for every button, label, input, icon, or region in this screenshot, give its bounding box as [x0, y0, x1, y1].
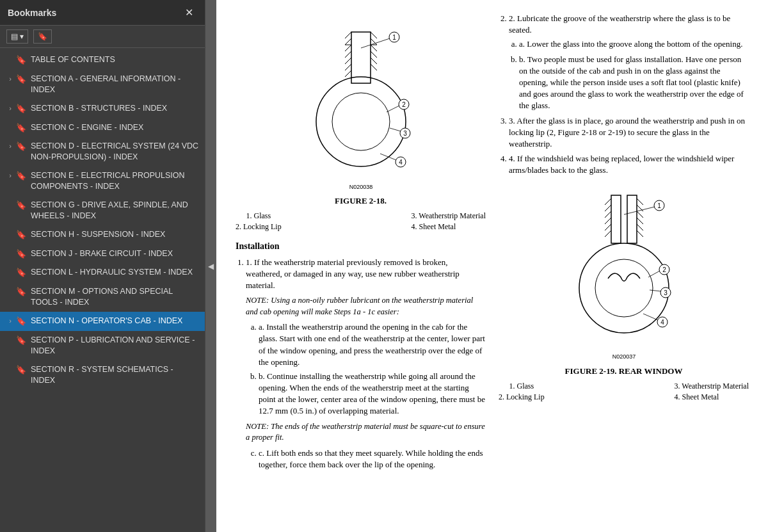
bookmark-label-toc: TABLE OF CONTENTS — [31, 54, 115, 65]
install-sub-list-2: c. Lift both ends so that they meet squa… — [246, 447, 486, 471]
bookmark-label-sec-b: SECTION B - STRUCTURES - INDEX — [31, 103, 167, 114]
figure-2-18-diagram: 1 2 3 4 N020038 — [297, 13, 425, 192]
svg-line-5 — [345, 32, 351, 38]
install-item-1a: a. Install the weatherstrip around the o… — [259, 321, 486, 368]
fig19-label3: 3. Weatherstrip Material — [675, 381, 749, 392]
bookmark-search-button[interactable]: 🔖 — [33, 29, 52, 44]
install-note-2: NOTE: The ends of the weatherstrip mater… — [246, 421, 486, 444]
svg-rect-33 — [611, 195, 621, 243]
bookmark-label-sec-d: SECTION D - ELECTRICAL SYSTEM (24 VDC NO… — [31, 141, 200, 163]
figure-2-19-labels: 1. Glass 2. Locking Lip 3. Weatherstrip … — [499, 381, 749, 403]
svg-line-11 — [345, 70, 351, 77]
sidebar: Bookmarks ✕ ▤ ▾ 🔖 🔖TABLE OF CONTENTS›🔖SE… — [0, 0, 205, 532]
fig19-label1: 1. Glass — [499, 381, 545, 392]
bookmark-arrow-sec-n: › — [5, 316, 15, 325]
right-item-2a: a. Lower the glass into the groove along… — [519, 38, 749, 50]
bookmark-icon-sec-l: 🔖 — [15, 268, 27, 278]
svg-text:1: 1 — [392, 34, 396, 41]
bookmark-arrow-sec-p — [5, 335, 15, 335]
figure-2-19-caption: FIGURE 2-19. REAR WINDOW — [499, 366, 749, 377]
fig19-label4: 4. Sheet Metal — [675, 392, 749, 403]
bookmark-search-icon: 🔖 — [38, 32, 47, 41]
svg-line-18 — [361, 38, 390, 48]
right-item-2: 2. Lubricate the groove of the weatherst… — [509, 13, 749, 112]
sidebar-collapse-handle[interactable]: ◀ — [205, 0, 216, 532]
svg-line-24 — [390, 128, 401, 131]
bookmark-arrow-sec-a: › — [5, 74, 15, 83]
bookmark-item-sec-m[interactable]: 🔖SECTION M - OPTIONS AND SPECIAL TOOLS -… — [0, 282, 205, 312]
svg-line-43 — [637, 211, 643, 218]
svg-line-47 — [624, 207, 655, 214]
bookmark-item-sec-h[interactable]: 🔖SECTION H - SUSPENSION - INDEX — [0, 225, 205, 245]
svg-line-17 — [371, 64, 377, 70]
bookmark-item-sec-e[interactable]: ›🔖SECTION E - ELECTRICAL PROPULSION COMP… — [0, 166, 205, 196]
svg-line-21 — [387, 106, 399, 112]
bookmark-item-sec-p[interactable]: 🔖SECTION P - LUBRICATION AND SERVICE - I… — [0, 331, 205, 360]
bookmark-icon-sec-p: 🔖 — [15, 335, 27, 346]
bookmark-label-sec-h: SECTION H - SUSPENSION - INDEX — [31, 229, 165, 240]
bookmark-arrow-toc — [5, 54, 15, 55]
sidebar-toolbar: ▤ ▾ 🔖 — [0, 26, 205, 48]
svg-line-38 — [605, 218, 611, 224]
bookmark-icon-sec-h: 🔖 — [15, 230, 27, 241]
bookmark-arrow-sec-b: › — [5, 103, 15, 113]
sidebar-header: Bookmarks ✕ — [0, 0, 205, 26]
doc-left-column: 1 2 3 4 N020038 — [236, 13, 486, 474]
bookmark-item-sec-j[interactable]: 🔖SECTION J - BRAKE CIRCUIT - INDEX — [0, 245, 205, 264]
bookmark-icon-sec-a: 🔖 — [15, 74, 27, 85]
right-item-2b: b. Two people must be used for glass ins… — [519, 54, 749, 112]
svg-line-9 — [345, 58, 351, 64]
bookmark-item-sec-l[interactable]: 🔖SECTION L - HYDRAULIC SYSTEM - INDEX — [0, 263, 205, 282]
svg-line-14 — [371, 45, 377, 51]
bookmark-item-sec-c[interactable]: 🔖SECTION C - ENGINE - INDEX — [0, 118, 205, 138]
bookmark-icon-sec-m: 🔖 — [15, 287, 27, 298]
collapse-arrow-icon: ◀ — [208, 262, 214, 271]
bookmark-item-sec-b[interactable]: ›🔖SECTION B - STRUCTURES - INDEX — [0, 99, 205, 118]
installation-list: 1. If the weatherstrip material previous… — [236, 257, 486, 471]
figure-2-19-area: 1 2 3 4 N020037 — [499, 182, 749, 402]
bookmark-item-sec-r[interactable]: 🔖SECTION R - SYSTEM SCHEMATICS - INDEX — [0, 360, 205, 390]
fig18-label1: 1. Glass — [236, 211, 282, 222]
close-button[interactable]: ✕ — [181, 5, 197, 20]
bookmark-label-sec-j: SECTION J - BRAKE CIRCUIT - INDEX — [31, 248, 173, 259]
bookmark-label-sec-c: SECTION C - ENGINE - INDEX — [31, 122, 143, 133]
view-options-button[interactable]: ▤ ▾ — [6, 29, 28, 44]
svg-text:4: 4 — [660, 319, 664, 326]
bookmark-icon-sec-n: 🔖 — [15, 316, 27, 327]
bookmark-item-toc[interactable]: 🔖TABLE OF CONTENTS — [0, 51, 205, 70]
bookmark-arrow-sec-l — [5, 267, 15, 268]
dropdown-icon: ▾ — [20, 32, 24, 41]
bookmark-label-sec-g: SECTION G - DRIVE AXLE, SPINDLE, AND WHE… — [31, 200, 200, 222]
bookmark-item-sec-d[interactable]: ›🔖SECTION D - ELECTRICAL SYSTEM (24 VDC … — [0, 137, 205, 166]
fig18-label3: 3. Weatherstrip Material — [412, 211, 486, 222]
bookmark-arrow-sec-d: › — [5, 141, 15, 150]
svg-line-8 — [345, 51, 351, 58]
bookmark-arrow-sec-c — [5, 122, 15, 123]
bookmark-icon-toc: 🔖 — [15, 55, 27, 66]
svg-line-10 — [345, 64, 351, 70]
doc-right-column: 2. Lubricate the groove of the weatherst… — [499, 13, 749, 474]
svg-text:3: 3 — [403, 130, 407, 137]
svg-line-27 — [380, 154, 396, 160]
right-instruction-list: 2. Lubricate the groove of the weatherst… — [499, 13, 749, 176]
bookmark-label-sec-n: SECTION N - OPERATOR'S CAB - INDEX — [31, 316, 182, 326]
bookmark-item-sec-g[interactable]: 🔖SECTION G - DRIVE AXLE, SPINDLE, AND WH… — [0, 196, 205, 225]
svg-line-46 — [637, 230, 643, 237]
bookmark-item-sec-n[interactable]: ›🔖SECTION N - OPERATOR'S CAB - INDEX — [0, 312, 205, 331]
bookmark-label-sec-l: SECTION L - HYDRAULIC SYSTEM - INDEX — [31, 267, 193, 278]
bookmark-item-sec-a[interactable]: ›🔖SECTION A - GENERAL INFORMATION - INDE… — [0, 70, 205, 99]
fig19-label2: 2. Locking Lip — [499, 392, 545, 403]
svg-line-50 — [648, 271, 660, 277]
bookmark-icon-sec-c: 🔖 — [15, 123, 27, 134]
svg-line-44 — [637, 218, 643, 224]
figure-2-18-labels: 1. Glass 2. Locking Lip 3. Weatherstrip … — [236, 211, 486, 232]
install-item-1b: b. Continue installing the weatherstrip … — [259, 371, 486, 417]
bookmark-icon-sec-j: 🔖 — [15, 249, 27, 260]
svg-line-41 — [637, 198, 643, 205]
figure-2-18-caption: FIGURE 2-18. — [236, 195, 486, 207]
svg-line-40 — [605, 230, 611, 237]
document-page[interactable]: 1 2 3 4 N020038 — [216, 0, 768, 532]
svg-text:N020037: N020037 — [612, 353, 636, 360]
bookmark-icon-sec-d: 🔖 — [15, 141, 27, 152]
right-sub-list: a. Lower the glass into the groove along… — [509, 38, 749, 111]
